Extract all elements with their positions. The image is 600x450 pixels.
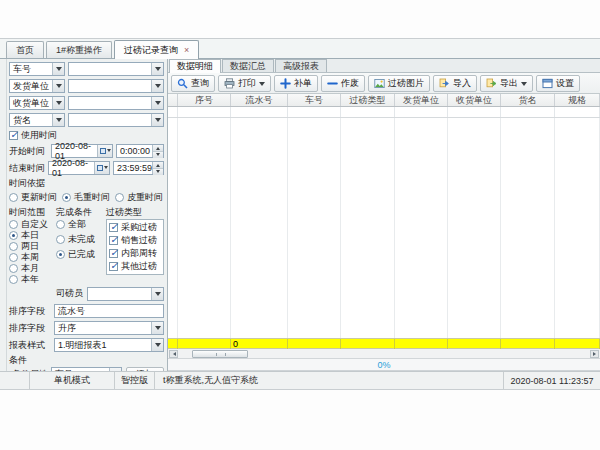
chevron-down-icon[interactable]: [151, 114, 163, 126]
radio-gross-time[interactable]: 毛重时间: [62, 191, 110, 204]
end-date-picker[interactable]: 2020-08-01: [48, 161, 110, 175]
use-time-checkbox[interactable]: 使用时间: [9, 129, 57, 142]
query-button[interactable]: 查询: [171, 75, 215, 92]
chevron-down-icon[interactable]: [52, 114, 64, 126]
start-time-label: 开始时间: [9, 145, 48, 158]
weigh-type-box: 采购过磅 销售过磅 内部周转 其他过磅: [106, 219, 164, 275]
status-system-name: t称重系统,无人值守系统: [155, 372, 504, 389]
export-button[interactable]: 导出: [480, 75, 533, 92]
add-condition-button[interactable]: 添加: [126, 367, 164, 372]
scrollbar-thumb[interactable]: [192, 350, 248, 358]
filter-row-shipper: 发货单位: [9, 79, 164, 93]
supplement-order-button[interactable]: 补单: [274, 75, 318, 92]
spinner-buttons[interactable]: [152, 145, 163, 157]
chevron-down-icon[interactable]: [151, 97, 163, 109]
column-header[interactable]: 流水号: [231, 94, 288, 106]
void-button[interactable]: 作废: [321, 75, 365, 92]
checkbox-other[interactable]: 其他过磅: [109, 261, 161, 271]
column-header[interactable]: 货名: [501, 94, 555, 106]
radio-icon: [9, 264, 18, 273]
status-bar: 单机模式 智控版 t称重系统,无人值守系统 2020-08-01 11:23:5…: [0, 371, 600, 389]
field-select-vehicle[interactable]: 车号: [9, 62, 65, 76]
radio-icon: [9, 193, 18, 202]
radio-two-days[interactable]: 两日: [9, 241, 56, 251]
column-header[interactable]: 过磅类型: [341, 94, 395, 106]
grid-filter-row[interactable]: [168, 107, 600, 118]
time-range-label: 时间范围: [9, 207, 56, 218]
checkbox-internal[interactable]: 内部周转: [109, 248, 161, 258]
chevron-down-icon[interactable]: [52, 63, 64, 75]
column-header[interactable]: 车号: [288, 94, 341, 106]
scroll-left-arrow-icon[interactable]: [169, 350, 178, 358]
start-time-spinner[interactable]: 0:00:00: [116, 144, 164, 158]
calendar-icon[interactable]: [97, 145, 112, 157]
radio-this-month[interactable]: 本月: [9, 263, 56, 273]
column-header[interactable]: 规格: [555, 94, 600, 106]
spinner-buttons[interactable]: [152, 162, 163, 174]
search-icon: [177, 78, 188, 89]
horizontal-scrollbar[interactable]: [168, 349, 600, 359]
chevron-down-icon[interactable]: [52, 80, 64, 92]
scroll-right-arrow-icon[interactable]: [590, 350, 599, 358]
field-select-shipper[interactable]: 发货单位: [9, 79, 65, 93]
chevron-down-icon[interactable]: [151, 339, 163, 351]
radio-tare-time[interactable]: 皮重时间: [115, 191, 163, 204]
end-time-spinner[interactable]: 23:59:59: [113, 161, 164, 175]
grid-body-empty[interactable]: [168, 118, 600, 338]
import-button[interactable]: 导入: [433, 75, 477, 92]
field-select-goods[interactable]: 货名: [9, 113, 65, 127]
value-select-goods[interactable]: [68, 113, 164, 127]
chevron-down-icon[interactable]: [151, 80, 163, 92]
radio-this-year[interactable]: 本年: [9, 274, 56, 284]
tab-record-query-label: 过磅记录查询: [124, 44, 178, 57]
radio-today[interactable]: 本日: [9, 230, 56, 240]
chevron-down-icon[interactable]: [151, 63, 163, 75]
value-select-vehicle[interactable]: [68, 62, 164, 76]
radio-update-time[interactable]: 更新时间: [9, 191, 57, 204]
field-select-receiver[interactable]: 收货单位: [9, 96, 65, 110]
chevron-down-icon[interactable]: [151, 322, 163, 334]
value-select-receiver[interactable]: [68, 96, 164, 110]
time-basis-label: 时间依据: [9, 178, 164, 189]
radio-icon: [9, 275, 18, 284]
chevron-down-icon[interactable]: [52, 97, 64, 109]
checkbox-purchase[interactable]: 采购过磅: [109, 222, 161, 232]
start-date-picker[interactable]: 2020-08-01: [51, 144, 113, 158]
subtab-data-summary[interactable]: 数据汇总: [222, 59, 274, 72]
sort-field-input[interactable]: 流水号: [54, 304, 164, 318]
tab-weighing-operation[interactable]: 1#称重操作: [46, 41, 112, 58]
sort-order-row: 排序字段 升序: [9, 321, 164, 335]
chevron-down-icon[interactable]: [109, 368, 121, 371]
subtab-data-detail[interactable]: 数据明细: [169, 59, 221, 73]
condition-attr-select[interactable]: 车号: [51, 367, 122, 371]
use-time-row: 使用时间: [9, 130, 164, 141]
close-icon[interactable]: ×: [182, 46, 189, 55]
sort-field-label: 排序字段: [9, 305, 54, 318]
report-style-select[interactable]: 1.明细报表1: [54, 338, 164, 352]
tab-record-query[interactable]: 过磅记录查询 ×: [114, 40, 199, 59]
checkbox-checked-icon: [109, 236, 118, 245]
tab-home[interactable]: 首页: [6, 41, 44, 58]
summary-count-cell: 0: [231, 339, 288, 349]
weigher-select[interactable]: [87, 287, 164, 301]
end-time-row: 结束时间 2020-08-01 23:59:59: [9, 161, 164, 175]
radio-icon: [9, 253, 18, 262]
column-header[interactable]: 序号: [178, 94, 231, 106]
weigh-photo-button[interactable]: 过磅图片: [368, 75, 430, 92]
settings-button[interactable]: 设置: [536, 75, 580, 92]
sort-order-select[interactable]: 升序: [54, 321, 164, 335]
filter-panel: 车号 发货单位 收货单位: [0, 59, 168, 371]
radio-all[interactable]: 全部: [56, 219, 106, 230]
print-button[interactable]: 打印: [218, 75, 271, 92]
checkbox-sales[interactable]: 销售过磅: [109, 235, 161, 245]
radio-finished[interactable]: 已完成: [56, 249, 106, 260]
calendar-icon[interactable]: [94, 162, 109, 174]
chevron-down-icon[interactable]: [151, 288, 163, 300]
radio-this-week[interactable]: 本周: [9, 252, 56, 262]
radio-unfinished[interactable]: 未完成: [56, 234, 106, 245]
value-select-shipper[interactable]: [68, 79, 164, 93]
radio-custom[interactable]: 自定义: [9, 219, 56, 229]
column-header[interactable]: 收货单位: [448, 94, 501, 106]
column-header[interactable]: 发货单位: [395, 94, 448, 106]
subtab-advanced-report[interactable]: 高级报表: [275, 59, 327, 72]
